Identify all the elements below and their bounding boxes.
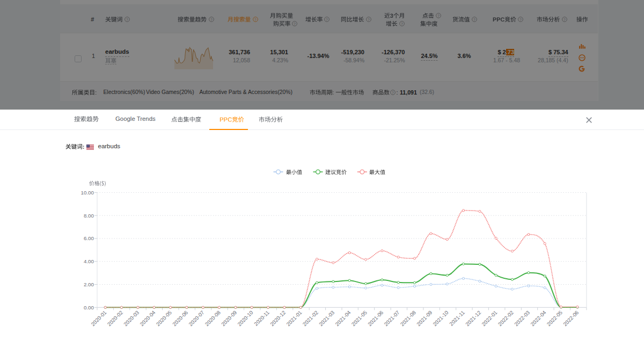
svg-text:0.00: 0.00 [84,305,94,310]
svg-text:2021-12: 2021-12 [464,309,482,327]
svg-text:2021-10: 2021-10 [431,309,450,328]
svg-text:2020-11: 2020-11 [253,309,270,327]
svg-text:2021-05: 2021-05 [350,309,369,328]
svg-text:2020-04: 2020-04 [138,309,157,328]
svg-text:2022-03: 2022-03 [513,309,531,328]
svg-text:2020-05: 2020-05 [155,309,173,328]
svg-text:2020-06: 2020-06 [171,309,189,328]
svg-text:2020-12: 2020-12 [269,309,287,327]
svg-text:2021-07: 2021-07 [383,309,400,327]
svg-text:2021-09: 2021-09 [415,309,433,327]
svg-text:2022-06: 2022-06 [562,309,580,328]
svg-text:2021-06: 2021-06 [367,309,385,328]
svg-text:4.00: 4.00 [84,258,94,264]
svg-text:2021-04: 2021-04 [334,309,352,328]
svg-text:2022-02: 2022-02 [497,309,515,327]
svg-text:2021-02: 2021-02 [302,309,319,327]
svg-text:2020-03: 2020-03 [122,309,141,328]
svg-text:2022-05: 2022-05 [546,309,564,328]
svg-text:2022-04: 2022-04 [529,309,547,328]
svg-text:2020-08: 2020-08 [204,309,222,328]
svg-text:6.00: 6.00 [84,235,94,241]
svg-text:2020-07: 2020-07 [187,309,205,327]
svg-text:2020-01: 2020-01 [90,309,107,327]
svg-text:8.00: 8.00 [84,213,94,219]
svg-text:2.00: 2.00 [84,281,94,287]
svg-text:2021-03: 2021-03 [318,309,336,328]
svg-text:2020-09: 2020-09 [220,309,238,327]
svg-text:2022-01: 2022-01 [480,309,498,327]
svg-text:10.00: 10.00 [80,190,94,196]
svg-text:2020-10: 2020-10 [236,309,254,328]
svg-text:2020-02: 2020-02 [106,309,124,327]
svg-text:2021-11: 2021-11 [448,309,466,327]
svg-text:2021-08: 2021-08 [399,309,418,328]
svg-text:2021-01: 2021-01 [285,309,303,327]
